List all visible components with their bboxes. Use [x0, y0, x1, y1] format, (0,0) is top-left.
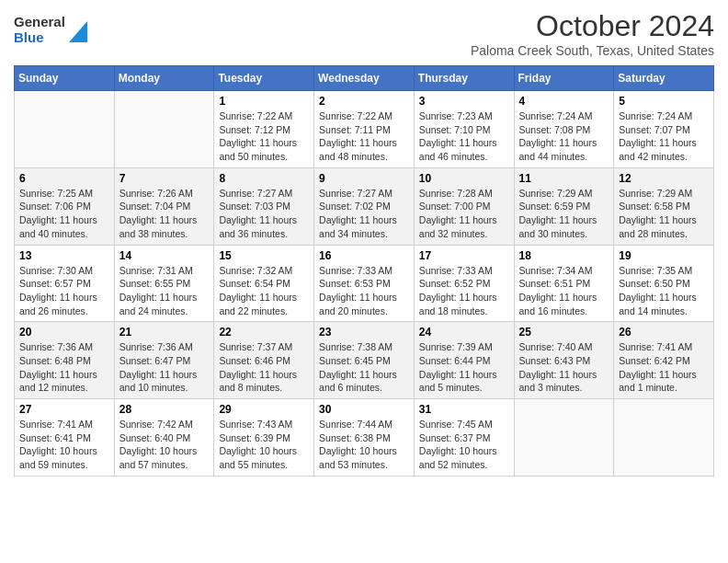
day-info: Sunrise: 7:34 AMSunset: 6:51 PMDaylight:… — [519, 264, 609, 318]
day-info: Sunrise: 7:38 AMSunset: 6:45 PMDaylight:… — [319, 340, 409, 395]
calendar-cell: 19Sunrise: 7:35 AMSunset: 6:50 PMDayligh… — [614, 245, 714, 322]
header-row: SundayMondayTuesdayWednesdayThursdayFrid… — [15, 66, 714, 91]
day-number: 31 — [419, 403, 509, 416]
day-number: 21 — [119, 326, 210, 339]
day-header-sunday: Sunday — [15, 66, 115, 91]
day-number: 9 — [319, 172, 409, 185]
day-number: 15 — [219, 249, 309, 262]
calendar-cell — [15, 91, 115, 168]
day-number: 13 — [19, 249, 109, 262]
calendar-cell: 12Sunrise: 7:29 AMSunset: 6:58 PMDayligh… — [614, 167, 714, 245]
day-info: Sunrise: 7:43 AMSunset: 6:39 PMDaylight:… — [219, 418, 309, 472]
day-info: Sunrise: 7:31 AMSunset: 6:55 PMDaylight:… — [119, 264, 210, 318]
day-info: Sunrise: 7:36 AMSunset: 6:48 PMDaylight:… — [19, 340, 109, 395]
day-number: 16 — [319, 249, 409, 262]
week-row-2: 6Sunrise: 7:25 AMSunset: 7:06 PMDaylight… — [15, 167, 714, 245]
logo-icon — [69, 17, 87, 42]
day-info: Sunrise: 7:27 AMSunset: 7:03 PMDaylight:… — [219, 187, 309, 241]
calendar-body: 1Sunrise: 7:22 AMSunset: 7:12 PMDaylight… — [15, 91, 714, 477]
day-info: Sunrise: 7:24 AMSunset: 7:07 PMDaylight:… — [619, 109, 709, 164]
week-row-3: 13Sunrise: 7:30 AMSunset: 6:57 PMDayligh… — [15, 245, 714, 322]
calendar-cell: 29Sunrise: 7:43 AMSunset: 6:39 PMDayligh… — [214, 399, 314, 477]
day-number: 18 — [519, 249, 609, 262]
day-number: 30 — [319, 403, 409, 416]
day-info: Sunrise: 7:36 AMSunset: 6:47 PMDaylight:… — [119, 340, 210, 395]
day-info: Sunrise: 7:35 AMSunset: 6:50 PMDaylight:… — [619, 264, 709, 318]
calendar-cell: 5Sunrise: 7:24 AMSunset: 7:07 PMDaylight… — [614, 91, 714, 168]
day-info: Sunrise: 7:29 AMSunset: 6:59 PMDaylight:… — [519, 187, 609, 241]
day-number: 7 — [119, 172, 210, 185]
calendar-cell: 7Sunrise: 7:26 AMSunset: 7:04 PMDaylight… — [114, 167, 214, 245]
day-number: 27 — [19, 403, 109, 416]
calendar-cell: 4Sunrise: 7:24 AMSunset: 7:08 PMDaylight… — [514, 91, 614, 168]
logo-blue: Blue — [14, 29, 65, 45]
day-info: Sunrise: 7:29 AMSunset: 6:58 PMDaylight:… — [619, 187, 709, 241]
day-info: Sunrise: 7:42 AMSunset: 6:40 PMDaylight:… — [119, 418, 210, 472]
calendar-cell: 10Sunrise: 7:28 AMSunset: 7:00 PMDayligh… — [414, 167, 514, 245]
calendar-cell: 16Sunrise: 7:33 AMSunset: 6:53 PMDayligh… — [314, 245, 415, 322]
day-header-friday: Friday — [514, 66, 614, 91]
calendar-cell: 1Sunrise: 7:22 AMSunset: 7:12 PMDaylight… — [214, 91, 314, 168]
day-number: 22 — [219, 326, 309, 339]
calendar-cell: 8Sunrise: 7:27 AMSunset: 7:03 PMDaylight… — [214, 167, 314, 245]
day-number: 6 — [19, 172, 109, 185]
day-header-wednesday: Wednesday — [314, 66, 415, 91]
calendar-cell: 21Sunrise: 7:36 AMSunset: 6:47 PMDayligh… — [114, 322, 214, 399]
calendar-cell: 27Sunrise: 7:41 AMSunset: 6:41 PMDayligh… — [15, 399, 115, 477]
calendar-cell: 11Sunrise: 7:29 AMSunset: 6:59 PMDayligh… — [514, 167, 614, 245]
day-info: Sunrise: 7:25 AMSunset: 7:06 PMDaylight:… — [19, 187, 109, 241]
calendar-cell — [614, 399, 714, 477]
day-info: Sunrise: 7:40 AMSunset: 6:43 PMDaylight:… — [519, 340, 609, 395]
calendar-cell: 23Sunrise: 7:38 AMSunset: 6:45 PMDayligh… — [314, 322, 415, 399]
day-info: Sunrise: 7:32 AMSunset: 6:54 PMDaylight:… — [219, 264, 309, 318]
day-header-saturday: Saturday — [614, 66, 714, 91]
week-row-1: 1Sunrise: 7:22 AMSunset: 7:12 PMDaylight… — [15, 91, 714, 168]
calendar-cell — [514, 399, 614, 477]
day-info: Sunrise: 7:45 AMSunset: 6:37 PMDaylight:… — [419, 418, 509, 472]
calendar-cell: 13Sunrise: 7:30 AMSunset: 6:57 PMDayligh… — [15, 245, 115, 322]
day-number: 28 — [119, 403, 210, 416]
day-info: Sunrise: 7:41 AMSunset: 6:41 PMDaylight:… — [19, 418, 109, 472]
day-info: Sunrise: 7:27 AMSunset: 7:02 PMDaylight:… — [319, 187, 409, 241]
day-number: 10 — [419, 172, 509, 185]
svg-marker-0 — [69, 21, 87, 42]
day-number: 2 — [319, 95, 409, 108]
page-header: General Blue October 2024 Paloma Creek S… — [14, 9, 714, 58]
subtitle: Paloma Creek South, Texas, United States — [471, 43, 714, 58]
day-info: Sunrise: 7:22 AMSunset: 7:12 PMDaylight:… — [219, 109, 309, 164]
day-number: 4 — [519, 95, 609, 108]
day-info: Sunrise: 7:44 AMSunset: 6:38 PMDaylight:… — [319, 418, 409, 472]
day-header-tuesday: Tuesday — [214, 66, 314, 91]
calendar-cell: 17Sunrise: 7:33 AMSunset: 6:52 PMDayligh… — [414, 245, 514, 322]
day-number: 26 — [619, 326, 709, 339]
day-number: 20 — [19, 326, 109, 339]
calendar-header: SundayMondayTuesdayWednesdayThursdayFrid… — [15, 66, 714, 91]
calendar-cell: 22Sunrise: 7:37 AMSunset: 6:46 PMDayligh… — [214, 322, 314, 399]
day-info: Sunrise: 7:37 AMSunset: 6:46 PMDaylight:… — [219, 340, 309, 395]
day-header-monday: Monday — [114, 66, 214, 91]
calendar-cell: 18Sunrise: 7:34 AMSunset: 6:51 PMDayligh… — [514, 245, 614, 322]
day-info: Sunrise: 7:30 AMSunset: 6:57 PMDaylight:… — [19, 264, 109, 318]
calendar-cell: 20Sunrise: 7:36 AMSunset: 6:48 PMDayligh… — [15, 322, 115, 399]
day-header-thursday: Thursday — [414, 66, 514, 91]
week-row-5: 27Sunrise: 7:41 AMSunset: 6:41 PMDayligh… — [15, 399, 714, 477]
day-number: 24 — [419, 326, 509, 339]
day-info: Sunrise: 7:24 AMSunset: 7:08 PMDaylight:… — [519, 109, 609, 164]
calendar-cell: 28Sunrise: 7:42 AMSunset: 6:40 PMDayligh… — [114, 399, 214, 477]
day-number: 12 — [619, 172, 709, 185]
calendar-cell: 26Sunrise: 7:41 AMSunset: 6:42 PMDayligh… — [614, 322, 714, 399]
calendar-cell: 30Sunrise: 7:44 AMSunset: 6:38 PMDayligh… — [314, 399, 415, 477]
day-info: Sunrise: 7:28 AMSunset: 7:00 PMDaylight:… — [419, 187, 509, 241]
day-number: 29 — [219, 403, 309, 416]
day-number: 17 — [419, 249, 509, 262]
week-row-4: 20Sunrise: 7:36 AMSunset: 6:48 PMDayligh… — [15, 322, 714, 399]
day-info: Sunrise: 7:33 AMSunset: 6:52 PMDaylight:… — [419, 264, 509, 318]
calendar-cell: 14Sunrise: 7:31 AMSunset: 6:55 PMDayligh… — [114, 245, 214, 322]
calendar-cell — [114, 91, 214, 168]
calendar-cell: 31Sunrise: 7:45 AMSunset: 6:37 PMDayligh… — [414, 399, 514, 477]
day-number: 1 — [219, 95, 309, 108]
day-number: 19 — [619, 249, 709, 262]
day-info: Sunrise: 7:26 AMSunset: 7:04 PMDaylight:… — [119, 187, 210, 241]
day-number: 25 — [519, 326, 609, 339]
calendar-cell: 9Sunrise: 7:27 AMSunset: 7:02 PMDaylight… — [314, 167, 415, 245]
